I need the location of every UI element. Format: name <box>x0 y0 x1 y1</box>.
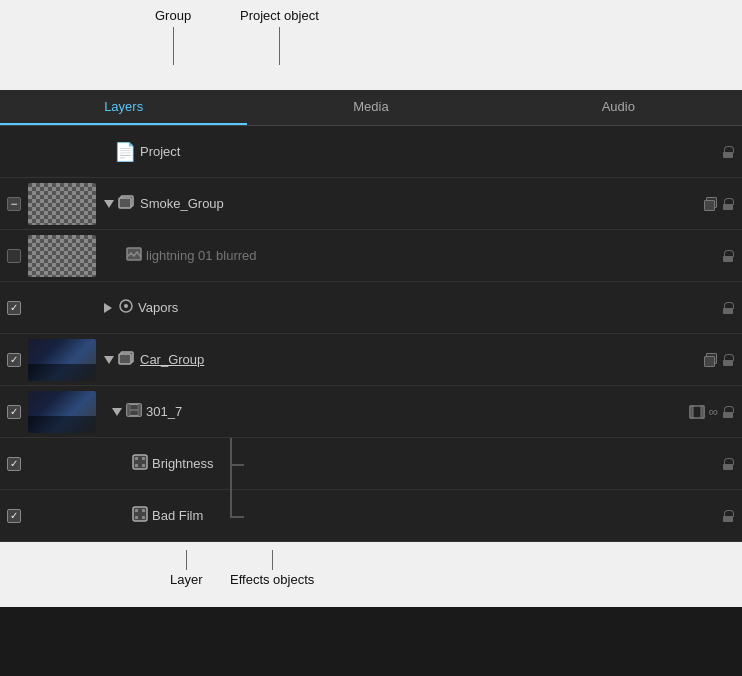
svg-rect-9 <box>138 404 141 416</box>
copy-icon-smoke <box>704 197 718 211</box>
smoke-group-label: Smoke_Group <box>140 196 704 211</box>
vapors-label: Vapors <box>138 300 722 315</box>
project-actions <box>722 146 734 158</box>
thumbnail-smoke-group <box>28 183 96 225</box>
svg-rect-14 <box>133 455 147 469</box>
layer-row-project[interactable]: 📄 Project <box>0 126 742 178</box>
checkbox-checked-car[interactable] <box>7 353 21 367</box>
triangle-car-group[interactable] <box>104 356 114 364</box>
checkbox-vapors[interactable] <box>0 301 28 315</box>
copy-icon-car <box>704 353 718 367</box>
thumbnail-vapors-empty <box>28 287 96 329</box>
lightning-actions <box>722 250 734 262</box>
svg-rect-13 <box>701 406 704 418</box>
thumbnail-lightning <box>28 235 96 277</box>
svg-rect-8 <box>127 404 130 416</box>
effects-connector-badfilm <box>230 516 244 518</box>
301-7-actions: ∞ <box>689 404 734 419</box>
top-annotation-area: Group Project object <box>0 0 742 90</box>
project-label: Project <box>140 144 722 159</box>
svg-rect-12 <box>690 406 693 418</box>
car-group-actions <box>704 353 734 367</box>
lock-icon-lightning <box>722 250 734 262</box>
checkbox-minus-smoke[interactable] <box>7 197 21 211</box>
svg-rect-16 <box>142 457 145 460</box>
svg-rect-23 <box>142 516 145 519</box>
svg-rect-15 <box>135 457 138 460</box>
triangle-vapors[interactable] <box>104 303 112 313</box>
effects-annotation-label: Effects objects <box>230 572 314 587</box>
checkbox-brightness[interactable] <box>0 457 28 471</box>
triangle-smoke-group[interactable] <box>104 200 114 208</box>
tabs-bar: Layers Media Audio <box>0 90 742 126</box>
checkbox-bad-film[interactable] <box>0 509 28 523</box>
layer-row-brightness[interactable]: Brightness <box>0 438 742 490</box>
lightning-label: lightning 01 blurred <box>146 248 722 263</box>
vapors-actions <box>722 302 734 314</box>
checkbox-checked-brightness[interactable] <box>7 457 21 471</box>
doc-icon: 📄 <box>114 141 136 163</box>
effects-icon-brightness <box>132 454 148 473</box>
lock-icon-project <box>722 146 734 158</box>
lock-icon-badfilm <box>722 510 734 522</box>
film-icon-301 <box>126 402 142 421</box>
group-icon-smoke <box>118 194 136 213</box>
layer-annotation-label: Layer <box>170 572 203 587</box>
gear-icon-vapors <box>118 298 134 317</box>
layer-row-301-7[interactable]: 301_7 ∞ <box>0 386 742 438</box>
image-icon-lightning <box>126 247 142 264</box>
layers-panel: 📄 Project Smoke_Group <box>0 126 742 542</box>
thumbnail-car-group <box>28 339 96 381</box>
bad-film-actions <box>722 510 734 522</box>
lock-icon-vapors <box>722 302 734 314</box>
layer-row-vapors[interactable]: Vapors <box>0 282 742 334</box>
checkbox-checked-badfilm[interactable] <box>7 509 21 523</box>
link-icon-301: ∞ <box>709 404 718 419</box>
tab-layers[interactable]: Layers <box>0 90 247 125</box>
lock-icon-brightness <box>722 458 734 470</box>
tab-media[interactable]: Media <box>247 90 494 125</box>
lock-icon-301 <box>722 406 734 418</box>
lock-icon-car <box>722 354 734 366</box>
triangle-301-7[interactable] <box>112 408 122 416</box>
layer-row-lightning[interactable]: lightning 01 blurred <box>0 230 742 282</box>
checkbox-unchecked-lightning[interactable] <box>7 249 21 263</box>
car-group-label: Car_Group <box>140 352 704 367</box>
thumbnail-brightness-empty <box>28 443 96 485</box>
layer-row-bad-film[interactable]: Bad Film <box>0 490 742 542</box>
effects-connector-brightness <box>230 464 244 466</box>
svg-rect-20 <box>135 509 138 512</box>
thumbnail-301-7 <box>28 391 96 433</box>
checkbox-lightning[interactable] <box>0 249 28 263</box>
checkbox-301-7[interactable] <box>0 405 28 419</box>
svg-rect-19 <box>133 507 147 521</box>
checkbox-smoke-group[interactable] <box>0 197 28 211</box>
tab-audio[interactable]: Audio <box>495 90 742 125</box>
svg-rect-1 <box>119 198 131 208</box>
layer-row-smoke-group[interactable]: Smoke_Group <box>0 178 742 230</box>
layer-row-car-group[interactable]: Car_Group <box>0 334 742 386</box>
effects-icon-bad-film <box>132 506 148 525</box>
svg-point-4 <box>124 304 128 308</box>
bottom-annotation-area: Layer Effects objects <box>0 542 742 607</box>
svg-rect-22 <box>135 516 138 519</box>
svg-rect-17 <box>135 464 138 467</box>
brightness-actions <box>722 458 734 470</box>
checkbox-car-group[interactable] <box>0 353 28 367</box>
filmstrip-icon <box>689 405 705 419</box>
svg-rect-21 <box>142 509 145 512</box>
thumbnail-none <box>28 131 96 173</box>
lock-icon-smoke <box>722 198 734 210</box>
smoke-group-actions <box>704 197 734 211</box>
301-7-label: 301_7 <box>146 404 689 419</box>
checkbox-checked-301[interactable] <box>7 405 21 419</box>
group-icon-car <box>118 350 136 369</box>
effects-line-badfilm <box>230 490 232 517</box>
checkbox-checked-vapors[interactable] <box>7 301 21 315</box>
svg-rect-18 <box>142 464 145 467</box>
group-annotation-label: Group <box>155 8 191 23</box>
svg-rect-6 <box>119 354 131 364</box>
project-object-annotation-label: Project object <box>240 8 319 23</box>
thumbnail-bad-film-empty <box>28 495 96 537</box>
